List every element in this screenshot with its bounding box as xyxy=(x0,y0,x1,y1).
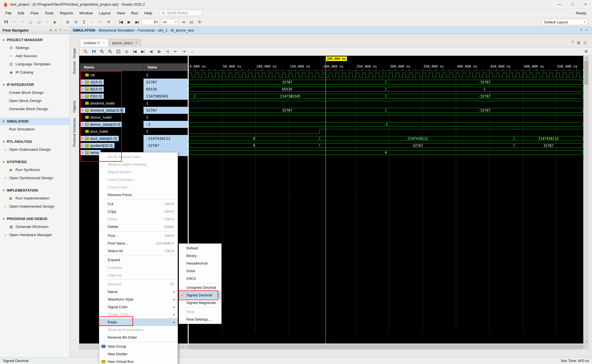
radix-option-octal[interactable]: Octal xyxy=(179,267,221,275)
signal-name-row[interactable]: >quotient[15:0] xyxy=(80,142,143,149)
save-waveform-icon[interactable] xyxy=(90,48,97,55)
signal-name-row[interactable]: >B[15:0] xyxy=(80,86,143,93)
probe-icon[interactable]: ⚒ xyxy=(105,18,112,26)
next-marker-icon[interactable]: ⇥ xyxy=(180,48,187,55)
menu-item-expand[interactable]: Expand xyxy=(99,256,178,264)
radix-option-signed-magnitude[interactable]: Signed Magnitude xyxy=(179,299,221,307)
pane-collapse-right-icon[interactable]: › xyxy=(182,345,184,349)
flow-item-generate-block-design[interactable]: Generate Block Design xyxy=(0,105,70,113)
menu-item-new-group[interactable]: New Group xyxy=(99,343,178,350)
zoom-in-icon[interactable] xyxy=(98,48,105,55)
radix-option-unsigned-decimal[interactable]: Unsigned Decimal xyxy=(179,284,221,291)
vertical-scrollbar[interactable]: ▴ ▾ xyxy=(583,56,589,343)
help-icon[interactable]: ? xyxy=(580,28,582,32)
simulation-time-input[interactable] xyxy=(142,19,160,25)
zoom-out-icon[interactable] xyxy=(107,48,114,55)
menu-view[interactable]: View xyxy=(114,10,128,17)
menu-item-waveform-style[interactable]: Waveform Style▸ xyxy=(99,296,178,303)
menu-layout[interactable]: Layout xyxy=(96,10,114,17)
swap-icon[interactable]: ⇄ xyxy=(49,28,52,32)
menu-reports[interactable]: Reports xyxy=(57,10,76,17)
menu-help[interactable]: Help xyxy=(141,10,155,17)
redo-icon[interactable]: ↷ xyxy=(19,18,26,26)
flow-item-open-elaborated-design[interactable]: >Open Elaborated Design xyxy=(0,145,70,154)
close-icon[interactable]: × xyxy=(103,41,105,45)
report-icon[interactable]: ⊞ xyxy=(64,18,71,26)
flow-section-title-project-manager[interactable]: PROJECT MANAGER xyxy=(0,36,70,44)
minimize-icon[interactable]: — xyxy=(64,28,67,32)
tab-untitled-1[interactable]: Untitled 1*× xyxy=(80,39,108,46)
copy-icon[interactable]: ▥ xyxy=(27,18,34,26)
menu-item-go-to-source-code[interactable]: Go To Source Code xyxy=(99,153,178,161)
help-icon[interactable]: ? xyxy=(571,40,573,45)
save-icon[interactable] xyxy=(2,18,10,26)
maximize-icon[interactable]: □ xyxy=(566,0,579,8)
flow-item-settings[interactable]: ⚙Settings xyxy=(0,44,70,52)
flow-section-title-rtl-analysis[interactable]: RTL ANALYSIS xyxy=(0,138,70,145)
run-icon[interactable]: ▶ xyxy=(51,18,59,26)
menu-item-show-in-object-window[interactable]: Show in Object Window xyxy=(99,161,178,168)
menu-item-rename[interactable]: RenameF2 xyxy=(99,280,178,288)
close-icon[interactable]: × xyxy=(579,0,592,8)
side-tab-objects[interactable]: Objects xyxy=(70,99,79,114)
flow-section-title-program-and-debug[interactable]: PROGRAM AND DEBUG xyxy=(0,215,70,223)
signal-name-row[interactable]: divisor_tvalid xyxy=(80,114,143,121)
flow-section-title-simulation[interactable]: SIMULATION xyxy=(0,118,70,125)
pane-collapse-left-icon[interactable]: ‹ xyxy=(186,345,187,349)
flow-item-open-hardware-manager[interactable]: >Open Hardware Manager xyxy=(0,231,70,239)
radix-option-binary[interactable]: Binary xyxy=(179,252,221,259)
menu-edit[interactable]: Edit xyxy=(15,10,27,17)
menu-flow[interactable]: Flow xyxy=(27,10,42,17)
time-marker-line[interactable] xyxy=(326,61,326,343)
menu-item-copy[interactable]: CopyCtrl+C xyxy=(99,208,178,215)
settings-gear-icon[interactable]: ⚙ xyxy=(72,18,79,26)
side-tab-sources[interactable]: Sources xyxy=(70,60,79,75)
flow-item-add-sources[interactable]: +Add Sources xyxy=(0,52,70,60)
waveform-canvas[interactable]: 0.000 ns50.000 ns100.000 ns150.000 ns200… xyxy=(189,56,583,343)
menu-item-signal-color[interactable]: Signal Color▸ xyxy=(99,303,178,311)
zoom-to-cursor-icon[interactable]: ◎ xyxy=(123,48,130,55)
flow-item-create-block-design[interactable]: Create Block Design xyxy=(0,88,70,97)
signal-name-row[interactable]: >P[31:0] xyxy=(80,93,143,100)
go-to-time-0-icon[interactable]: |◀ xyxy=(131,48,138,55)
menu-item-remove-force[interactable]: Remove Force xyxy=(99,191,178,199)
flow-item-language-templates[interactable]: ▤Language Templates xyxy=(0,60,70,68)
menu-item-new-divider[interactable]: New Divider xyxy=(99,350,178,358)
undo-icon[interactable]: ↶ xyxy=(10,18,18,26)
add-marker-icon[interactable]: +| xyxy=(164,48,171,55)
menu-item-delete[interactable]: DeleteDelete xyxy=(99,223,178,230)
sum-icon[interactable]: Σ xyxy=(80,18,88,26)
menu-item-find-value[interactable]: Find Value...Ctrl+Shift+F xyxy=(99,239,178,247)
menu-run[interactable]: Run xyxy=(128,10,141,17)
menu-item-paste[interactable]: PasteCtrl+V xyxy=(99,215,178,223)
quick-access-search[interactable]: Quick Access xyxy=(160,10,202,16)
flow-item-open-synthesized-design[interactable]: >Open Synthesized Design xyxy=(0,174,70,182)
signal-name-row[interactable]: >dout_tdata[31:0] xyxy=(80,135,143,142)
restart-icon[interactable]: |◀ xyxy=(117,18,125,26)
menu-item-new-virtual-bus[interactable]: New Virtual Bus xyxy=(99,358,178,364)
menu-file[interactable]: File xyxy=(2,10,15,17)
flow-section-title-ip-integrator[interactable]: IP INTEGRATOR xyxy=(0,81,70,88)
radix-option-real[interactable]: Real xyxy=(179,308,221,316)
layout-selector[interactable]: Default Layout ▾ xyxy=(542,19,587,25)
side-tab-protocol-instances[interactable]: Protocol Instances xyxy=(70,115,79,150)
flow-item-run-synthesis[interactable]: ▶Run Synthesis xyxy=(0,166,70,174)
menu-item-report-drivers[interactable]: Report Drivers xyxy=(99,168,178,176)
list-icon[interactable]: ≡ xyxy=(55,28,57,32)
flow-section-title-implementation[interactable]: IMPLEMENTATION xyxy=(0,187,70,194)
signal-name-row[interactable]: clk xyxy=(80,72,143,79)
pause-icon[interactable]: ▮▮ xyxy=(187,18,195,26)
signal-name-row[interactable]: dividend_tvalid xyxy=(80,100,143,107)
flow-item-generate-bitstream[interactable]: ▦Generate Bitstream xyxy=(0,223,70,231)
delete-icon[interactable]: × xyxy=(43,18,51,26)
next-transition-icon[interactable]: |▶ xyxy=(156,48,163,55)
flow-item-open-block-design[interactable]: Open Block Design xyxy=(0,97,70,105)
side-tab-scope[interactable]: Scope xyxy=(70,47,79,59)
menu-item-divider-color[interactable]: Divider Color▸ xyxy=(99,311,178,318)
signal-name-row[interactable]: >A[15:0] xyxy=(80,79,143,86)
signal-name-row[interactable]: dout_tvalid xyxy=(80,128,143,135)
scrollbar-thumb[interactable] xyxy=(584,61,588,85)
menu-item-select-all[interactable]: Select AllCtrl+A xyxy=(99,247,178,255)
wave-settings-gear-icon[interactable]: ⚙ xyxy=(582,48,589,55)
menu-item-force-clock[interactable]: Force Clock... xyxy=(99,183,178,191)
